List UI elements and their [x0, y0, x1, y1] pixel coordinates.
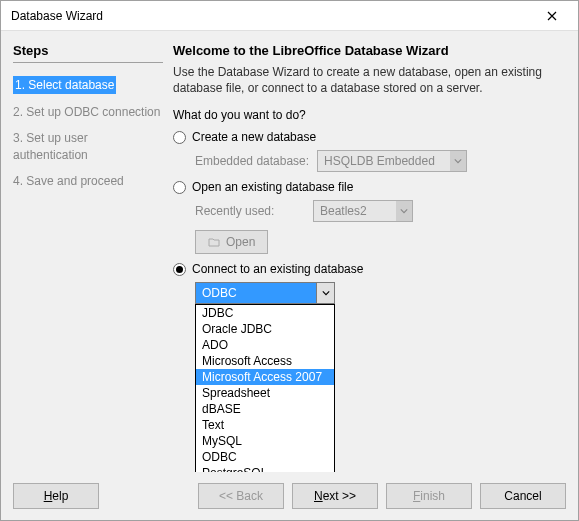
close-icon[interactable] — [530, 2, 574, 30]
back-button: << Back — [198, 483, 284, 509]
connect-db-dropdown[interactable]: JDBCOracle JDBCADOMicrosoft AccessMicros… — [195, 304, 335, 472]
radio-create[interactable] — [173, 131, 186, 144]
step-user-auth[interactable]: 3. Set up user authentication — [13, 130, 163, 162]
page-desc: Use the Database Wizard to create a new … — [173, 64, 566, 96]
radio-connect[interactable] — [173, 263, 186, 276]
folder-open-icon — [208, 236, 220, 248]
recently-used-label: Recently used: — [195, 204, 305, 218]
open-button-label: Open — [226, 235, 255, 249]
option-create-label: Create a new database — [192, 130, 316, 144]
open-button: Open — [195, 230, 268, 254]
option-connect-row[interactable]: Connect to an existing database — [173, 262, 566, 276]
main-panel: Welcome to the LibreOffice Database Wiza… — [173, 43, 566, 472]
page-title: Welcome to the LibreOffice Database Wiza… — [173, 43, 566, 58]
option-open-label: Open an existing database file — [192, 180, 353, 194]
footer: Help << Back Next >> Finish Cancel — [1, 472, 578, 520]
dropdown-item[interactable]: JDBC — [196, 305, 334, 321]
option-open-row[interactable]: Open an existing database file — [173, 180, 566, 194]
option-create-row[interactable]: Create a new database — [173, 130, 566, 144]
step-setup-odbc[interactable]: 2. Set up ODBC connection — [13, 104, 163, 120]
help-button[interactable]: Help — [13, 483, 99, 509]
help-rest: elp — [52, 489, 68, 503]
embedded-db-select: HSQLDB Embedded — [317, 150, 467, 172]
steps-heading: Steps — [13, 43, 163, 63]
recently-used-value: Beatles2 — [320, 204, 367, 218]
connect-db-value: ODBC — [202, 286, 237, 300]
chevron-down-icon[interactable] — [316, 283, 334, 303]
steps-sidebar: Steps 1. Select database 2. Set up ODBC … — [13, 43, 163, 472]
chevron-down-icon — [396, 201, 412, 221]
embedded-db-value: HSQLDB Embedded — [324, 154, 435, 168]
connect-db-select[interactable]: ODBC — [195, 282, 335, 304]
next-button[interactable]: Next >> — [292, 483, 378, 509]
dropdown-item[interactable]: Oracle JDBC — [196, 321, 334, 337]
window-title: Database Wizard — [11, 9, 530, 23]
dropdown-item[interactable]: Microsoft Access — [196, 353, 334, 369]
recently-used-select: Beatles2 — [313, 200, 413, 222]
titlebar: Database Wizard — [1, 1, 578, 31]
dropdown-item[interactable]: ODBC — [196, 449, 334, 465]
radio-open[interactable] — [173, 181, 186, 194]
dropdown-item[interactable]: Microsoft Access 2007 — [196, 369, 334, 385]
embedded-db-label: Embedded database: — [195, 154, 309, 168]
chevron-down-icon — [450, 151, 466, 171]
cancel-button[interactable]: Cancel — [480, 483, 566, 509]
dropdown-item[interactable]: PostgreSQL — [196, 465, 334, 472]
step-save-proceed[interactable]: 4. Save and proceed — [13, 173, 163, 189]
question-label: What do you want to do? — [173, 108, 566, 122]
step-select-database[interactable]: 1. Select database — [13, 76, 116, 94]
dropdown-item[interactable]: Text — [196, 417, 334, 433]
option-connect-label: Connect to an existing database — [192, 262, 363, 276]
dropdown-item[interactable]: dBASE — [196, 401, 334, 417]
dropdown-item[interactable]: Spreadsheet — [196, 385, 334, 401]
dropdown-item[interactable]: MySQL — [196, 433, 334, 449]
finish-button: Finish — [386, 483, 472, 509]
database-wizard-window: Database Wizard Steps 1. Select database… — [0, 0, 579, 521]
dropdown-item[interactable]: ADO — [196, 337, 334, 353]
